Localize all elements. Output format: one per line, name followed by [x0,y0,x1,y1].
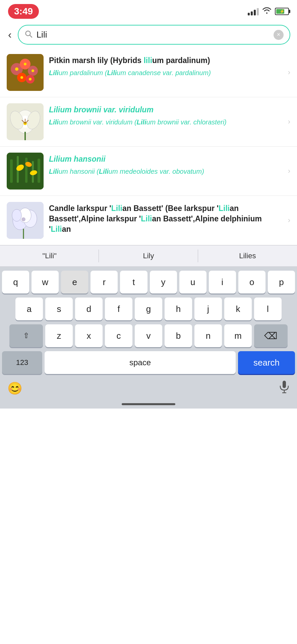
key-shift[interactable]: ⇧ [9,324,43,347]
autocomplete-lily[interactable]: Lily [99,246,198,266]
clear-button[interactable]: × [274,30,284,40]
search-icon [24,30,33,40]
keyboard-row-2: a s d f g h j k l [2,298,295,320]
keyboard-row-3: ⇧ z x c v b n m ⌫ [2,324,295,347]
result-title-candle: Candle larkspur 'Lilian Bassett' (Bee la… [49,203,283,234]
svg-point-36 [12,209,21,221]
result-subtitle-pitkin: Lilium pardalinum (Lilium canadense var.… [49,68,283,77]
result-item-pitkin[interactable]: Pitkin marsh lily (Hybrids lilium pardal… [0,48,297,97]
chevron-icon-2: › [288,117,290,126]
emoji-key[interactable]: 😊 [7,381,22,395]
key-m[interactable]: m [224,324,252,347]
svg-point-11 [20,76,23,79]
result-content-brownii: Lilium brownii var. viridulum Lilium bro… [49,103,283,127]
battery-icon: ⚡ [275,8,289,15]
results-list: Pitkin marsh lily (Hybrids lilium pardal… [0,48,297,245]
key-a[interactable]: a [15,298,43,320]
key-w[interactable]: w [32,271,59,293]
key-numbers[interactable]: 123 [2,351,42,374]
home-bar [122,403,175,405]
key-f[interactable]: f [105,298,132,320]
key-c[interactable]: c [105,324,132,347]
key-z[interactable]: z [45,324,73,347]
key-u[interactable]: u [179,271,206,293]
home-indicator [0,398,297,409]
svg-rect-26 [25,158,27,183]
result-item-brownii[interactable]: Lilium brownii var. viridulum Lilium bro… [0,97,297,147]
key-v[interactable]: v [135,324,162,347]
search-input[interactable]: Lili [37,30,270,40]
result-subtitle-hansonii: Lilium hansonii (Lilium medeoloides var.… [49,167,283,176]
key-x[interactable]: x [75,324,103,347]
status-icons: ⚡ [248,7,289,16]
result-content-hansonii: Lilium hansonii Lilium hansonii (Lilium … [49,153,283,176]
key-p[interactable]: p [268,271,295,293]
key-b[interactable]: b [165,324,192,347]
key-j[interactable]: j [194,298,222,320]
autocomplete-lili[interactable]: "Lili" [0,246,99,266]
svg-point-9 [24,63,26,65]
result-image-brownii [7,103,44,140]
key-delete[interactable]: ⌫ [254,324,288,347]
status-bar: 3:49 ⚡ [0,0,297,21]
result-content-pitkin: Pitkin marsh lily (Hybrids lilium pardal… [49,54,283,77]
key-d[interactable]: d [75,298,103,320]
key-g[interactable]: g [135,298,162,320]
svg-rect-24 [10,159,13,183]
result-title-pitkin: Pitkin marsh lily (Hybrids lilium pardal… [49,55,283,66]
autocomplete-bar: "Lili" Lily Lilies [0,245,297,267]
key-k[interactable]: k [224,298,252,320]
key-e[interactable]: e [61,271,88,293]
chevron-icon: › [288,68,290,77]
result-image-candle [7,202,44,239]
chevron-icon-4: › [288,216,290,225]
key-o[interactable]: o [238,271,265,293]
result-image-pitkin [7,54,44,91]
svg-line-1 [30,35,32,37]
svg-point-37 [21,217,25,221]
svg-rect-39 [283,381,286,388]
keyboard: q w e r t y u i o p a s d f g h j k l ⇧ … [0,267,297,398]
key-space[interactable]: space [45,351,236,374]
back-button[interactable]: ‹ [7,27,13,42]
key-l[interactable]: l [254,298,282,320]
signal-icon [248,7,259,15]
key-r[interactable]: r [91,271,118,293]
key-n[interactable]: n [194,324,222,347]
result-item-candle[interactable]: Candle larkspur 'Lilian Bassett' (Bee la… [0,196,297,245]
chevron-icon-3: › [288,167,290,175]
key-h[interactable]: h [165,298,192,320]
svg-point-12 [29,78,32,80]
key-q[interactable]: q [2,271,29,293]
svg-rect-28 [38,159,40,183]
result-title-hansonii: Lilium hansonii [49,154,283,164]
svg-point-10 [32,69,34,72]
result-content-candle: Candle larkspur 'Lilian Bassett' (Bee la… [49,202,283,237]
wifi-icon [262,7,272,16]
svg-point-8 [15,67,18,71]
key-t[interactable]: t [120,271,147,293]
search-container: ‹ Lili × [0,21,297,48]
key-s[interactable]: s [45,298,73,320]
status-time: 3:49 [8,4,39,19]
keyboard-extras: 😊 [2,377,295,396]
result-title-brownii: Lilium brownii var. viridulum [49,105,283,115]
autocomplete-lilies[interactable]: Lilies [198,246,297,266]
result-item-hansonii[interactable]: Lilium hansonii Lilium hansonii (Lilium … [0,147,297,196]
key-search[interactable]: search [238,351,295,374]
mic-key[interactable] [279,380,290,396]
key-y[interactable]: y [150,271,177,293]
search-bar[interactable]: Lili × [18,25,290,45]
result-image-hansonii [7,153,44,190]
key-i[interactable]: i [209,271,236,293]
keyboard-bottom-row: 123 space search [2,351,295,374]
result-subtitle-brownii: Lilium brownii var. viridulum (Lilium br… [49,118,283,127]
keyboard-row-1: q w e r t y u i o p [2,271,295,293]
